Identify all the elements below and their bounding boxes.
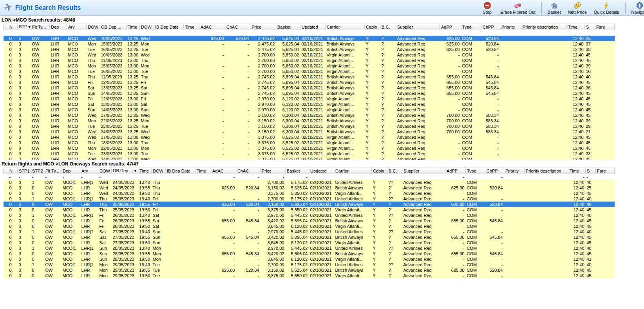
column-header[interactable] [4, 168, 8, 174]
table-row[interactable]: 000OWMCOLHRSat27/05/202319:50Sun--3,645.… [4, 240, 615, 245]
column-header[interactable]: IB Dep Date [154, 24, 184, 30]
column-header[interactable]: Carrier [326, 24, 365, 30]
column-header[interactable]: S [586, 168, 596, 174]
column-header[interactable]: STP2 [31, 168, 44, 174]
table-row[interactable]: 00OWLHRMCOMon22/05/202313:00Mon--3,375.0… [4, 145, 615, 151]
table-row[interactable]: 00OWLHRMCOSun14/05/202313:25Sun--2,745.0… [4, 91, 615, 96]
table-row[interactable]: 000OWMCOLHRMon29/05/202319:50Tue--3,375.… [4, 273, 615, 278]
column-header[interactable]: Type [461, 24, 481, 30]
table-row[interactable]: 00OWLHRMCOWed17/05/202313:00Wed--3,375.0… [4, 135, 615, 140]
column-header[interactable]: Basket [286, 168, 309, 174]
table-row[interactable]: 00OWLHRMCOMon22/05/202313:25Mon--3,150.0… [4, 118, 615, 124]
table-row[interactable]: 000OWMCOLHRFri26/05/202319:55Sat655.0054… [4, 218, 615, 224]
column-header[interactable]: Flt Ty... [44, 168, 62, 174]
table-row[interactable]: 00OWLHRMCOSat13/05/202313:00Sat--2,970.0… [4, 102, 615, 107]
basket-button[interactable]: Basket [546, 1, 563, 15]
table-row[interactable]: 001OWMCO|1LHR|1Sat27/05/202313:40Sun--2,… [4, 229, 615, 234]
column-header[interactable]: Priority [500, 24, 521, 30]
column-header[interactable]: Type [466, 168, 485, 174]
column-header[interactable]: Priority description [525, 168, 568, 174]
column-header[interactable]: Basket [276, 24, 300, 30]
column-header[interactable]: ChPP [485, 168, 504, 174]
column-header[interactable]: AdAC [211, 168, 236, 174]
column-header[interactable]: B.C. [387, 168, 402, 174]
column-header[interactable]: STP ▾ [18, 24, 31, 30]
column-header[interactable]: IB Dep Date [166, 168, 195, 174]
column-header[interactable]: Updated [309, 168, 334, 174]
column-header[interactable]: S [585, 24, 595, 30]
table-row[interactable]: 000OWMCOLHRWed24/05/202319:55Thu625.0052… [4, 185, 615, 191]
column-header[interactable]: AdPP [440, 24, 461, 30]
column-header[interactable]: DOW [140, 24, 154, 30]
column-header[interactable]: Time [184, 24, 199, 30]
column-header[interactable]: OB Dep ... ▾ [112, 168, 138, 174]
table-row[interactable]: 00OWLHRMCOMon15/05/202313:25Mon--2,475.0… [4, 41, 615, 47]
table-row[interactable]: 001OWMCO|1LHR|1Wed24/05/202313:40Thu--2,… [4, 180, 615, 185]
table-row[interactable]: 00OWLHRMCOWed24/05/202313:00Wed--3,375.0… [4, 156, 615, 160]
column-header[interactable]: N [8, 168, 18, 174]
table-row[interactable]: 000OWMCOLHRSun28/05/202319:55Mon655.0054… [4, 251, 615, 256]
column-header[interactable] [4, 24, 8, 30]
column-header[interactable]: OB Dep ... [100, 24, 127, 30]
table-row[interactable]: 000OWMCOLHRSun28/05/202319:50Mon--3,645.… [4, 256, 615, 262]
table-row[interactable]: 00OWLHRMCOWed10/05/202313:00Wed--2,700.0… [4, 52, 615, 58]
nett-price-button[interactable]: $ Nett Price [566, 1, 588, 15]
column-header[interactable]: Price [250, 24, 276, 30]
column-header[interactable]: N [8, 24, 18, 30]
column-header[interactable]: Time [195, 168, 211, 174]
table-row[interactable]: 00OWLHRMCOWed10/05/202313:25Wed625.00520… [4, 36, 615, 41]
column-header[interactable]: Supplier [402, 168, 445, 174]
column-header[interactable]: Cabin [365, 24, 380, 30]
erase-filtered-out-button[interactable]: Erase Filtered Out [499, 1, 537, 15]
table-row[interactable]: 000OWMCOLHRSat27/05/202319:55Sun655.0054… [4, 234, 615, 240]
filter-row[interactable] [4, 30, 615, 36]
table-row[interactable]: 00OWLHRMCOTue23/05/202313:25Tue--3,150.0… [4, 124, 615, 129]
column-header[interactable]: ChAC [236, 168, 260, 174]
column-header[interactable]: Price [260, 168, 286, 174]
table-row[interactable]: 00OWLHRMCOSat13/05/202313:25Sat--2,745.0… [4, 85, 615, 91]
table-row[interactable]: 000OWMCOLHRThu25/05/202319:50Fri--3,375.… [4, 207, 615, 213]
column-header[interactable]: ChPP [481, 24, 500, 30]
column-header[interactable]: Cabin [372, 168, 387, 174]
table-row[interactable]: 00OWLHRMCOTue23/05/202313:00Tue--3,375.0… [4, 151, 615, 156]
table-row[interactable]: 000OWMCOLHRThu25/05/202319:55Fri625.0052… [4, 202, 615, 207]
column-header[interactable]: Supplier [396, 24, 440, 30]
table-row[interactable]: 00OWLHRMCOFri12/05/202313:25Fri--2,745.0… [4, 80, 615, 85]
column-header[interactable]: STP1 [18, 168, 31, 174]
column-header[interactable]: Arv [80, 168, 98, 174]
filter-row[interactable]: --------------- [4, 174, 615, 180]
column-header[interactable]: DOW [152, 168, 166, 174]
table-row[interactable]: 00OWLHRMCOWed17/05/202313:25Wed--3,150.0… [4, 113, 615, 118]
table-row[interactable]: 001OWMCO|1LHR|1Thu25/05/202313:40Fri--2,… [4, 196, 615, 202]
column-header[interactable]: AdPP [445, 168, 466, 174]
return-results-table[interactable]: NSTP1STP2Flt Ty...DepArvDOWOB Dep ... ▾T… [3, 167, 615, 278]
stop-button[interactable]: Stop [479, 1, 496, 15]
table-row[interactable]: 000OWMCOLHRWed24/05/202319:50Thu--3,375.… [4, 191, 615, 196]
table-row[interactable]: 00OWLHRMCOTue16/05/202313:25Tue--2,475.0… [4, 47, 615, 52]
column-header[interactable]: Flt Ty... [31, 24, 50, 30]
table-row[interactable]: 001OWMCO|1LHR|1Mon29/05/202313:40Tue--2,… [4, 262, 615, 267]
column-header[interactable]: ChAC [225, 24, 250, 30]
column-header[interactable]: Time [127, 24, 140, 30]
column-header[interactable]: B.C. [380, 24, 396, 30]
column-header[interactable]: Priority description [521, 24, 567, 30]
column-header[interactable]: DOW [87, 24, 100, 30]
table-row[interactable]: 00OWLHRMCOTue16/05/202313:00Tue--2,700.0… [4, 69, 615, 74]
column-header[interactable]: Time [568, 168, 586, 174]
column-header[interactable]: DOW [98, 168, 112, 174]
column-header[interactable]: Carrier [334, 168, 372, 174]
table-row[interactable]: 00OWLHRMCOFri12/05/202313:00Fri--2,970.0… [4, 96, 615, 102]
column-header[interactable]: Time [567, 24, 585, 30]
table-row[interactable]: 001OWMCO|1LHR|1Fri26/05/202313:40Sat--2,… [4, 213, 615, 218]
table-row[interactable]: 00OWLHRMCOThu11/05/202313:25Thu--2,745.0… [4, 74, 615, 80]
quick-details-button[interactable]: Quick Details [592, 1, 621, 15]
table-row[interactable]: 00OWLHRMCOThu11/05/202313:00Thu--2,700.0… [4, 58, 615, 63]
column-header[interactable]: Dep [50, 24, 67, 30]
column-header[interactable]: Dep [62, 168, 80, 174]
navigate-button[interactable]: Navigate [630, 1, 644, 15]
outbound-results-table[interactable]: NSTP ▾Flt Ty...DepArvDOWOB Dep ...TimeDO… [3, 24, 615, 160]
table-row[interactable]: 000OWMCOLHRFri26/05/202319:50Sat--3,645.… [4, 224, 615, 229]
table-row[interactable]: 000OWMCOLHRMon29/05/202319:55Tue625.0052… [4, 267, 615, 273]
table-row[interactable]: 00OWLHRMCOWed24/05/202313:25Wed--3,150.0… [4, 129, 615, 135]
column-header[interactable]: AdAC [199, 24, 225, 30]
